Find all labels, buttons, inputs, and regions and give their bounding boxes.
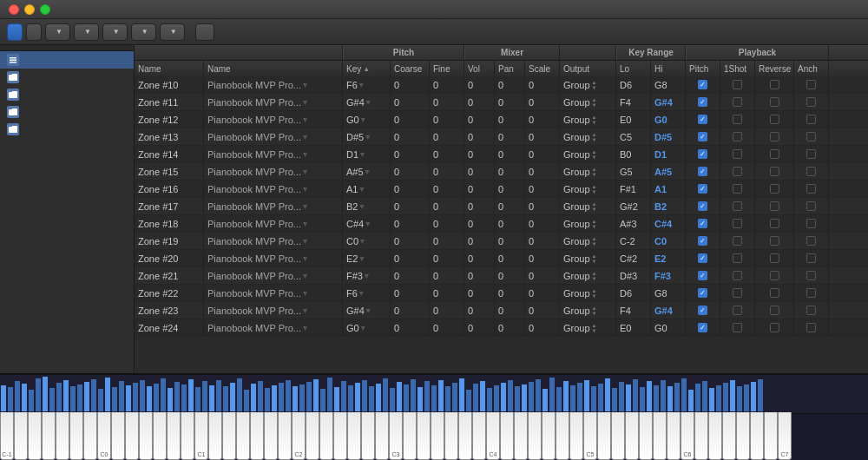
col-header-scale[interactable]: Scale: [525, 61, 560, 76]
piano-white-key[interactable]: [125, 412, 139, 460]
cell-reverse[interactable]: [755, 285, 794, 301]
piano-white-key[interactable]: [361, 412, 375, 460]
zones-button[interactable]: [7, 23, 23, 41]
piano-white-key[interactable]: C7: [778, 412, 792, 460]
table-row[interactable]: Zone #20 Pianobook MVP Pro... ▼ E2 ▼ 0 0…: [135, 250, 868, 267]
cell-oneshot[interactable]: [720, 181, 755, 197]
piano-white-key[interactable]: [444, 412, 458, 460]
piano-white-key[interactable]: [222, 412, 236, 460]
table-row[interactable]: Zone #22 Pianobook MVP Pro... ▼ F6 ▼ 0 0…: [135, 285, 868, 302]
cell-oneshot[interactable]: [720, 233, 755, 249]
piano-white-key[interactable]: C6: [681, 412, 694, 460]
piano-white-key[interactable]: [625, 412, 639, 460]
instrument-button[interactable]: ▼: [45, 23, 70, 41]
cell-reverse[interactable]: [755, 111, 794, 128]
piano-white-key[interactable]: [556, 412, 569, 460]
piano-white-key[interactable]: [28, 412, 42, 460]
zone-button[interactable]: ▼: [102, 23, 128, 41]
groups-button[interactable]: [26, 23, 42, 41]
cell-oneshot[interactable]: [720, 285, 755, 301]
col-header-output[interactable]: Output: [560, 61, 616, 76]
piano-white-key[interactable]: C5: [583, 412, 597, 460]
piano-white-key[interactable]: [417, 412, 431, 460]
cell-anch[interactable]: [794, 94, 829, 110]
piano-white-key[interactable]: [639, 412, 653, 460]
cell-pitch[interactable]: ✓: [686, 267, 720, 284]
cell-anch[interactable]: [794, 198, 829, 214]
table-row[interactable]: Zone #12 Pianobook MVP Pro... ▼ G0 ▼ 0 0…: [135, 111, 868, 128]
table-row[interactable]: Zone #24 Pianobook MVP Pro... ▼ G0 ▼ 0 0…: [135, 319, 868, 337]
col-header-coarse[interactable]: Coarse: [391, 61, 430, 76]
piano-white-key[interactable]: [708, 412, 722, 460]
table-row[interactable]: Zone #14 Pianobook MVP Pro... ▼ D1 ▼ 0 0…: [135, 146, 868, 163]
piano-white-key[interactable]: [458, 412, 472, 460]
piano-white-key[interactable]: [278, 412, 292, 460]
piano-white-key[interactable]: C4: [486, 412, 500, 460]
piano-white-key[interactable]: [569, 412, 583, 460]
cell-oneshot[interactable]: [720, 94, 755, 110]
cell-oneshot[interactable]: [720, 128, 755, 145]
col-header-pitch[interactable]: Pitch: [686, 61, 720, 76]
table-row[interactable]: Zone #16 Pianobook MVP Pro... ▼ A1 ▼ 0 0…: [135, 181, 868, 198]
piano-white-key[interactable]: [403, 412, 417, 460]
cell-pitch[interactable]: ✓: [686, 163, 720, 180]
cell-reverse[interactable]: [755, 163, 794, 180]
piano-white-key[interactable]: [597, 412, 611, 460]
piano-white-key[interactable]: [69, 412, 83, 460]
cell-reverse[interactable]: [755, 302, 794, 319]
cell-oneshot[interactable]: [720, 302, 755, 319]
col-header-hi[interactable]: Hi: [651, 61, 686, 76]
cell-anch[interactable]: [794, 111, 829, 128]
piano-white-key[interactable]: C-1: [0, 412, 14, 460]
cell-pitch[interactable]: ✓: [686, 215, 720, 232]
cell-anch[interactable]: [794, 181, 829, 197]
col-header-audio[interactable]: Name: [204, 61, 343, 76]
cell-oneshot[interactable]: [720, 111, 755, 128]
cell-pitch[interactable]: ✓: [686, 111, 720, 128]
piano-white-key[interactable]: [750, 412, 764, 460]
piano-white-key[interactable]: [319, 412, 333, 460]
table-row[interactable]: Zone #13 Pianobook MVP Pro... ▼ D#5 ▼ 0 …: [135, 128, 868, 146]
cell-anch[interactable]: [794, 302, 829, 319]
col-header-zone[interactable]: Name: [135, 61, 204, 76]
cell-anch[interactable]: [794, 76, 829, 93]
piano-white-key[interactable]: [111, 412, 125, 460]
cell-pitch[interactable]: ✓: [686, 76, 720, 93]
piano-white-key[interactable]: [14, 412, 28, 460]
col-header-reverse[interactable]: Reverse: [755, 61, 794, 76]
table-row[interactable]: Zone #18 Pianobook MVP Pro... ▼ C#4 ▼ 0 …: [135, 215, 868, 233]
col-header-key[interactable]: Key ▲: [343, 61, 391, 76]
cell-reverse[interactable]: [755, 94, 794, 110]
cell-oneshot[interactable]: [720, 198, 755, 214]
cell-oneshot[interactable]: [720, 215, 755, 232]
piano-white-key[interactable]: [167, 412, 181, 460]
piano-white-key[interactable]: [611, 412, 625, 460]
piano-white-key[interactable]: [139, 412, 153, 460]
sidebar-item-rt[interactable]: [0, 121, 134, 138]
cell-pitch[interactable]: ✓: [686, 181, 720, 197]
sidebar-item-p[interactable]: [0, 86, 134, 103]
piano-white-key[interactable]: [722, 412, 736, 460]
cell-reverse[interactable]: [755, 198, 794, 214]
piano-white-key[interactable]: [528, 412, 542, 460]
view-button[interactable]: ▼: [160, 23, 185, 41]
table-row[interactable]: Zone #11 Pianobook MVP Pro... ▼ G#4 ▼ 0 …: [135, 94, 868, 111]
piano-white-key[interactable]: C1: [194, 412, 208, 460]
cell-anch[interactable]: [794, 146, 829, 162]
piano-white-key[interactable]: C3: [389, 412, 403, 460]
piano-white-key[interactable]: [181, 412, 194, 460]
show-velocity-button[interactable]: [195, 23, 214, 41]
col-header-oneshot[interactable]: 1Shot: [720, 61, 755, 76]
table-row[interactable]: Zone #23 Pianobook MVP Pro... ▼ G#4 ▼ 0 …: [135, 302, 868, 319]
sidebar-item-ungrouped[interactable]: [0, 69, 134, 86]
piano-white-key[interactable]: [333, 412, 347, 460]
col-header-fine[interactable]: Fine: [430, 61, 464, 76]
piano-white-key[interactable]: [236, 412, 250, 460]
piano-white-key[interactable]: [56, 412, 69, 460]
table-row[interactable]: Zone #19 Pianobook MVP Pro... ▼ C0 ▼ 0 0…: [135, 233, 868, 250]
piano-white-key[interactable]: [653, 412, 667, 460]
piano-white-key[interactable]: [264, 412, 278, 460]
piano-white-key[interactable]: [153, 412, 167, 460]
cell-pitch[interactable]: ✓: [686, 233, 720, 249]
table-row[interactable]: Zone #17 Pianobook MVP Pro... ▼ B2 ▼ 0 0…: [135, 198, 868, 215]
